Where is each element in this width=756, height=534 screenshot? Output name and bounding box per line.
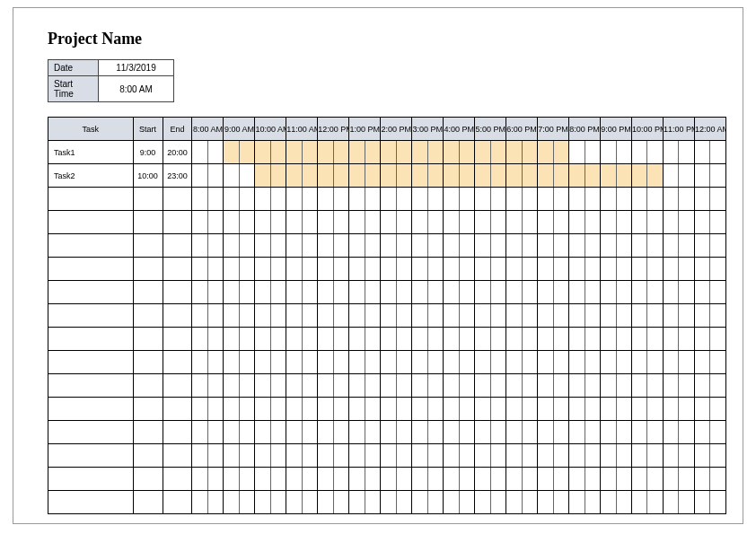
- cell-hour[interactable]: [569, 374, 601, 398]
- cell-hour[interactable]: [412, 211, 444, 234]
- cell-task[interactable]: [48, 468, 134, 491]
- cell-hour[interactable]: [601, 421, 632, 444]
- cell-hour[interactable]: [538, 258, 569, 281]
- cell-hour[interactable]: [694, 281, 725, 304]
- cell-hour[interactable]: [538, 211, 569, 234]
- cell-hour[interactable]: [601, 164, 632, 188]
- cell-hour[interactable]: [349, 444, 381, 468]
- cell-hour[interactable]: [506, 304, 538, 328]
- cell-hour[interactable]: [569, 444, 601, 468]
- cell-start[interactable]: 10:00: [133, 164, 163, 188]
- cell-hour[interactable]: [506, 258, 538, 281]
- cell-hour[interactable]: [192, 234, 224, 258]
- cell-hour[interactable]: [224, 304, 255, 328]
- cell-start[interactable]: [133, 421, 163, 444]
- cell-hour[interactable]: [412, 374, 444, 398]
- cell-hour[interactable]: [569, 398, 601, 421]
- cell-hour[interactable]: [412, 258, 444, 281]
- cell-hour[interactable]: [569, 421, 601, 444]
- cell-hour[interactable]: [475, 374, 506, 398]
- cell-hour[interactable]: [192, 351, 224, 374]
- cell-start[interactable]: [133, 491, 163, 514]
- cell-hour[interactable]: [632, 258, 664, 281]
- cell-hour[interactable]: [224, 328, 255, 351]
- cell-hour[interactable]: [444, 141, 475, 164]
- cell-task[interactable]: [48, 421, 134, 444]
- cell-end[interactable]: [163, 281, 192, 304]
- cell-hour[interactable]: [255, 374, 286, 398]
- cell-hour[interactable]: [569, 491, 601, 514]
- cell-hour[interactable]: [632, 281, 664, 304]
- cell-hour[interactable]: [538, 281, 569, 304]
- cell-hour[interactable]: [381, 351, 412, 374]
- cell-hour[interactable]: [349, 258, 381, 281]
- cell-hour[interactable]: [538, 234, 569, 258]
- cell-hour[interactable]: [601, 491, 632, 514]
- cell-hour[interactable]: [569, 164, 601, 188]
- cell-hour[interactable]: [255, 141, 286, 164]
- cell-hour[interactable]: [192, 444, 224, 468]
- cell-hour[interactable]: [349, 491, 381, 514]
- cell-hour[interactable]: [663, 141, 694, 164]
- cell-hour[interactable]: [192, 468, 224, 491]
- cell-hour[interactable]: [694, 234, 725, 258]
- cell-hour[interactable]: [255, 444, 286, 468]
- cell-hour[interactable]: [538, 444, 569, 468]
- cell-hour[interactable]: [632, 444, 664, 468]
- cell-hour[interactable]: [444, 421, 475, 444]
- cell-task[interactable]: [48, 281, 134, 304]
- cell-hour[interactable]: [349, 351, 381, 374]
- cell-hour[interactable]: [286, 351, 318, 374]
- cell-hour[interactable]: [381, 374, 412, 398]
- cell-start[interactable]: [133, 398, 163, 421]
- cell-hour[interactable]: [412, 398, 444, 421]
- cell-hour[interactable]: [632, 141, 664, 164]
- cell-hour[interactable]: [412, 234, 444, 258]
- cell-hour[interactable]: [318, 164, 349, 188]
- cell-hour[interactable]: [663, 491, 694, 514]
- cell-hour[interactable]: [506, 468, 538, 491]
- cell-hour[interactable]: [601, 188, 632, 211]
- cell-hour[interactable]: [224, 211, 255, 234]
- cell-end[interactable]: [163, 468, 192, 491]
- cell-hour[interactable]: [475, 141, 506, 164]
- cell-hour[interactable]: [255, 211, 286, 234]
- cell-hour[interactable]: [255, 258, 286, 281]
- cell-hour[interactable]: [538, 398, 569, 421]
- cell-hour[interactable]: [475, 421, 506, 444]
- cell-hour[interactable]: [381, 491, 412, 514]
- cell-hour[interactable]: [694, 304, 725, 328]
- cell-hour[interactable]: [444, 328, 475, 351]
- cell-hour[interactable]: [318, 421, 349, 444]
- cell-hour[interactable]: [444, 491, 475, 514]
- cell-hour[interactable]: [632, 234, 664, 258]
- cell-hour[interactable]: [381, 211, 412, 234]
- cell-hour[interactable]: [286, 304, 318, 328]
- cell-hour[interactable]: [192, 398, 224, 421]
- cell-hour[interactable]: [381, 468, 412, 491]
- cell-hour[interactable]: [475, 398, 506, 421]
- cell-hour[interactable]: [694, 421, 725, 444]
- cell-hour[interactable]: [506, 234, 538, 258]
- cell-hour[interactable]: [475, 258, 506, 281]
- cell-hour[interactable]: [569, 211, 601, 234]
- cell-hour[interactable]: [632, 491, 664, 514]
- cell-task[interactable]: Task2: [48, 164, 134, 188]
- cell-hour[interactable]: [663, 164, 694, 188]
- cell-hour[interactable]: [255, 491, 286, 514]
- cell-hour[interactable]: [192, 281, 224, 304]
- cell-hour[interactable]: [601, 468, 632, 491]
- cell-hour[interactable]: [192, 374, 224, 398]
- cell-hour[interactable]: [694, 164, 725, 188]
- cell-hour[interactable]: [412, 491, 444, 514]
- cell-end[interactable]: [163, 328, 192, 351]
- cell-hour[interactable]: [506, 398, 538, 421]
- cell-end[interactable]: [163, 374, 192, 398]
- cell-hour[interactable]: [694, 374, 725, 398]
- cell-hour[interactable]: [224, 258, 255, 281]
- cell-hour[interactable]: [224, 351, 255, 374]
- cell-hour[interactable]: [286, 211, 318, 234]
- cell-hour[interactable]: [569, 141, 601, 164]
- cell-hour[interactable]: [224, 491, 255, 514]
- cell-hour[interactable]: [255, 281, 286, 304]
